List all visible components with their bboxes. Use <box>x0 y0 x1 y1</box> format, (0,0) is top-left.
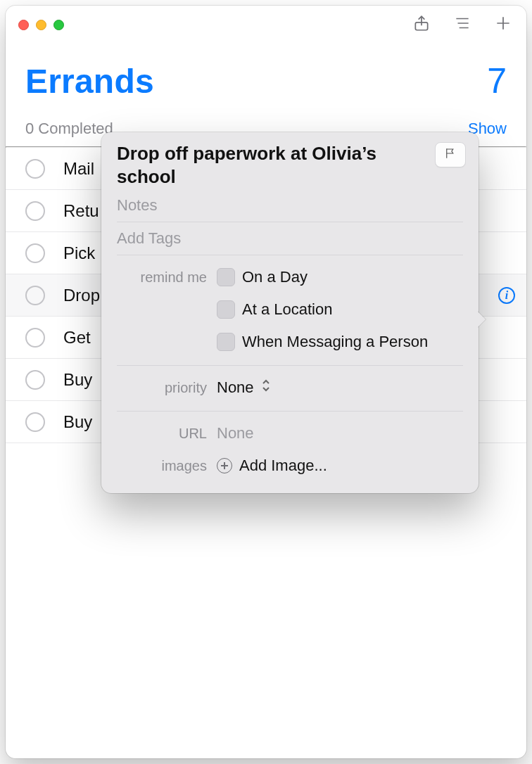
add-image-label: Add Image... <box>239 457 327 475</box>
tags-field[interactable]: Add Tags <box>101 225 479 252</box>
list-title: Errands <box>25 62 154 101</box>
list-item-title: Drop <box>63 286 100 305</box>
url-label: URL <box>117 426 207 442</box>
info-button[interactable]: i <box>498 287 515 304</box>
divider <box>117 255 463 255</box>
zoom-window-button[interactable] <box>53 20 64 30</box>
remind-on-day-label: On a Day <box>242 268 308 286</box>
plus-circle-icon <box>217 458 232 473</box>
complete-toggle[interactable] <box>25 370 45 390</box>
priority-label: priority <box>117 380 207 396</box>
notes-field[interactable]: Notes <box>101 192 479 219</box>
divider <box>117 222 463 222</box>
reminder-details-popover: Drop off paperwork at Olivia’s school No… <box>101 132 479 493</box>
complete-toggle[interactable] <box>25 286 45 305</box>
remind-me-label: remind me <box>117 269 207 286</box>
priority-select[interactable]: None <box>217 378 271 397</box>
complete-toggle[interactable] <box>25 201 45 221</box>
reminder-title-field[interactable]: Drop off paperwork at Olivia’s school <box>117 142 425 188</box>
remind-on-day-checkbox[interactable] <box>217 268 235 286</box>
minimize-window-button[interactable] <box>36 20 46 30</box>
plus-icon <box>494 14 512 35</box>
priority-value: None <box>217 378 254 397</box>
view-options-button[interactable] <box>452 14 473 35</box>
list-item-title: Buy <box>63 412 92 432</box>
flag-button[interactable] <box>435 142 466 167</box>
complete-toggle[interactable] <box>25 159 45 179</box>
list-item-title: Retu <box>63 201 99 221</box>
divider <box>117 411 463 412</box>
completed-status: 0 Completed <box>25 120 113 138</box>
share-icon <box>412 14 431 35</box>
titlebar <box>6 6 526 44</box>
remind-at-location-label: At a Location <box>242 300 332 319</box>
chevron-up-down-icon <box>261 378 271 397</box>
complete-toggle[interactable] <box>25 328 45 348</box>
add-image-button[interactable]: Add Image... <box>217 457 327 475</box>
divider <box>117 365 463 366</box>
remind-when-messaging-checkbox[interactable] <box>217 333 235 351</box>
complete-toggle[interactable] <box>25 243 45 263</box>
remind-when-messaging-label: When Messaging a Person <box>242 333 428 351</box>
list-item-title: Get <box>63 328 91 348</box>
list-item-title: Pick <box>63 243 95 263</box>
toolbar <box>411 14 514 35</box>
popover-arrow <box>477 311 486 328</box>
list-header: Errands 7 <box>6 44 526 110</box>
complete-toggle[interactable] <box>25 412 45 432</box>
list-item-title: Mail <box>63 159 94 179</box>
remind-at-location-checkbox[interactable] <box>217 300 235 319</box>
list-item-title: Buy <box>63 370 92 390</box>
add-reminder-button[interactable] <box>493 14 514 35</box>
close-window-button[interactable] <box>18 20 29 30</box>
url-field[interactable]: None <box>217 424 254 443</box>
list-icon <box>453 14 471 35</box>
list-count: 7 <box>487 61 507 101</box>
images-label: images <box>117 458 207 474</box>
share-button[interactable] <box>411 14 432 35</box>
reminders-window: Errands 7 0 Completed Show Mail Retu Pic… <box>6 6 526 758</box>
flag-icon <box>444 147 457 163</box>
window-controls <box>18 20 64 30</box>
info-icon: i <box>505 290 508 301</box>
